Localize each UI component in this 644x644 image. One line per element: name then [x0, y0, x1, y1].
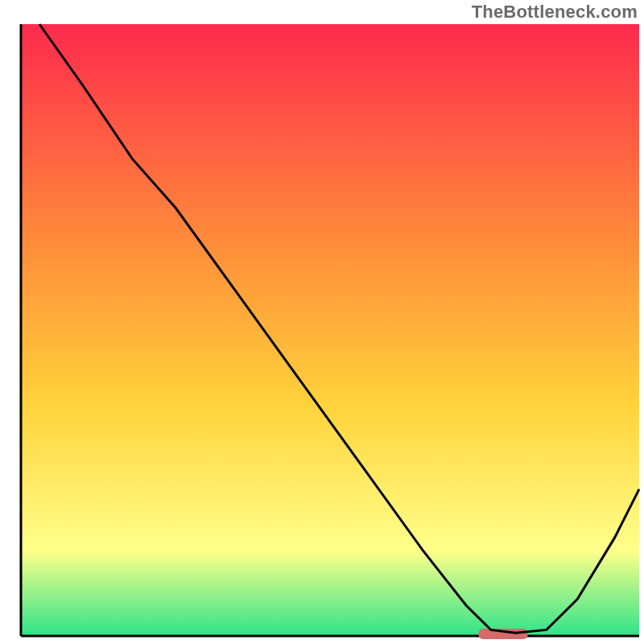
bottleneck-chart: TheBottleneck.com [0, 0, 644, 644]
plot-background [21, 24, 639, 636]
chart-svg [0, 0, 644, 644]
